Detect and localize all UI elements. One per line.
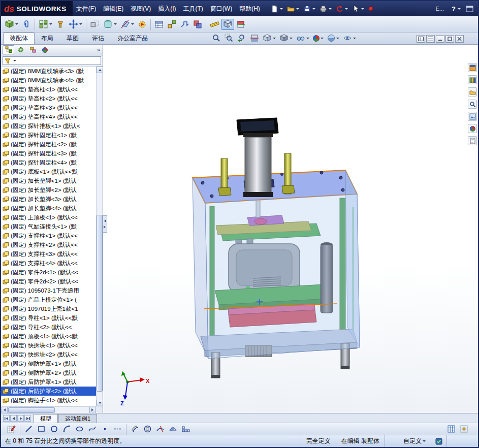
tree-item[interactable]: (固定) 产品上模定位<1> ( xyxy=(1,295,96,304)
tree-item[interactable]: (固定) 底板<1> (默认<<默 xyxy=(1,167,96,176)
tree-item[interactable]: (固定) 1097019上壳1款<1 xyxy=(1,304,96,313)
graphics-viewport[interactable]: X Z xyxy=(103,45,478,413)
insert-components-icon[interactable] xyxy=(3,19,20,30)
trim-entities-icon[interactable] xyxy=(154,424,166,435)
command-tab[interactable]: 装配体 xyxy=(3,33,35,44)
status-indicator[interactable] xyxy=(431,435,446,447)
tree-item[interactable]: (固定) 快拆块<2> (默认<< xyxy=(1,350,96,359)
tree-item[interactable]: (固定) 探针推板<1> (默认< xyxy=(1,121,96,131)
first-tab-button[interactable] xyxy=(3,415,10,422)
offset-entities-icon[interactable] xyxy=(142,424,153,435)
sketch-icon[interactable] xyxy=(5,424,17,435)
tree-item[interactable]: (固定) 垫高柱<4> (默认<< xyxy=(1,112,96,121)
menu-item[interactable]: 窗口(W) xyxy=(207,1,236,16)
smart-fasteners-icon[interactable] xyxy=(54,19,67,30)
scroll-right-button[interactable] xyxy=(89,407,96,413)
propertymanager-icon[interactable] xyxy=(15,45,26,54)
tree-item[interactable]: (固定) 支撑柱<4> (默认<< xyxy=(1,259,96,268)
record-icon[interactable] xyxy=(366,3,375,14)
view-settings-icon[interactable] xyxy=(341,33,358,44)
tree-item[interactable]: (固定) 支撑柱<2> (默认<< xyxy=(1,240,96,249)
command-tab[interactable]: 草图 xyxy=(60,33,85,44)
menu-item[interactable]: 插入(I) xyxy=(154,1,179,16)
tree-item[interactable]: (固定) 侧防护罩<2> (默认 xyxy=(1,368,96,377)
tree-item[interactable]: (固定) 零件2d<1> (默认<< xyxy=(1,268,96,277)
exploded-view-icon[interactable] xyxy=(166,19,178,30)
tree-item[interactable]: (固定) 快拆块<1> (默认<< xyxy=(1,341,96,350)
minimize-icon[interactable] xyxy=(436,35,444,43)
tree-item[interactable]: (固定) 垫高柱<1> (默认<< xyxy=(1,85,96,94)
viewport-layout-icon[interactable] xyxy=(417,35,425,43)
select-icon[interactable] xyxy=(350,3,366,14)
search-icon[interactable] xyxy=(468,100,477,109)
change-transparency-icon[interactable] xyxy=(221,19,234,30)
next-tab-button[interactable] xyxy=(17,415,24,422)
tree-horizontal-scrollbar[interactable] xyxy=(1,406,96,413)
maximize-icon[interactable] xyxy=(445,35,454,43)
undo-icon[interactable] xyxy=(334,3,349,14)
convert-entities-icon[interactable] xyxy=(129,424,141,435)
view-orientation-icon[interactable] xyxy=(261,33,277,44)
reference-geometry-icon[interactable] xyxy=(119,19,136,30)
configurationmanager-icon[interactable] xyxy=(27,45,39,54)
menu-item[interactable]: 帮助(H) xyxy=(236,1,264,16)
point-icon[interactable] xyxy=(99,424,111,435)
rectangle-icon[interactable] xyxy=(36,424,47,435)
last-tab-button[interactable] xyxy=(24,415,31,422)
custom-status-dropdown[interactable]: 自定义 xyxy=(398,435,431,447)
view-palette-icon[interactable] xyxy=(468,112,477,121)
mirror-entities-icon[interactable] xyxy=(167,424,179,435)
tree-item[interactable]: (固定) 支撑柱<1> (默认<< xyxy=(1,231,96,240)
menu-item[interactable]: 文件(F) xyxy=(73,1,100,16)
section-view-toolbar-icon[interactable] xyxy=(235,19,247,30)
bill-of-materials-icon[interactable] xyxy=(153,19,165,30)
tree-item[interactable]: (固定) 垫高柱<3> (默认<< xyxy=(1,103,96,112)
scroll-down-button[interactable] xyxy=(97,400,103,406)
close-icon[interactable] xyxy=(455,35,464,43)
equations-icon[interactable]: E... xyxy=(433,3,448,14)
tree-item[interactable]: (固定) 1095073-1下壳通用 xyxy=(1,286,96,295)
tree-item[interactable]: (固定) 探针固定柱<2> (默 xyxy=(1,140,96,149)
resources-icon[interactable] xyxy=(468,63,477,72)
linear-sketch-pattern-icon[interactable] xyxy=(180,424,191,435)
command-tab[interactable]: 评估 xyxy=(85,33,111,44)
menu-item[interactable]: 工具(T) xyxy=(180,1,207,16)
document-tab[interactable]: 模型 xyxy=(34,414,58,423)
linear-component-pattern-icon[interactable] xyxy=(37,19,54,30)
new-document-icon[interactable] xyxy=(269,3,284,14)
featuremanager-icon[interactable] xyxy=(3,45,14,54)
command-tab[interactable]: 办公室产品 xyxy=(111,33,154,44)
new-motion-study-icon[interactable] xyxy=(136,19,148,30)
assembly-features-icon[interactable] xyxy=(102,19,118,30)
tree-item[interactable]: (固定) 脚拉手<1> (默认<< xyxy=(1,396,96,405)
previous-view-icon[interactable] xyxy=(236,33,248,44)
3d-assembly-model[interactable]: X Z xyxy=(103,45,478,413)
help-icon[interactable]: ? xyxy=(449,3,462,14)
viewport-single-icon[interactable] xyxy=(426,35,435,43)
appearances-tab-icon[interactable] xyxy=(39,45,51,54)
line-icon[interactable] xyxy=(23,424,35,435)
filter-input[interactable] xyxy=(3,56,101,65)
tree-item[interactable]: (固定) 支撑柱<3> (默认<< xyxy=(1,249,96,259)
zoom-fit-icon[interactable] xyxy=(210,33,222,44)
tree-item[interactable]: (固定) 探针固定柱<3> (默 xyxy=(1,149,96,158)
interference-detection-icon[interactable] xyxy=(191,19,204,30)
command-tab[interactable]: 布局 xyxy=(35,33,60,44)
tree-item[interactable]: (固定) 后防护罩<1> (默认 xyxy=(1,377,96,387)
document-tab[interactable]: 运动算例1 xyxy=(58,414,97,423)
grid-icon[interactable] xyxy=(445,424,457,435)
menu-item[interactable]: 视图(V) xyxy=(127,1,154,16)
appearances-icon[interactable] xyxy=(468,124,477,133)
tree-item[interactable]: (固定) 侧防护罩<1> (默认 xyxy=(1,359,96,368)
tree-item[interactable]: (固定) 垫高柱<2> (默认<< xyxy=(1,94,96,103)
scroll-up-button[interactable] xyxy=(97,67,103,73)
save-icon[interactable] xyxy=(301,3,317,14)
tree-item[interactable]: (固定) 气缸连接头<1> (默 xyxy=(1,222,96,231)
tree-item[interactable]: (固定) 零件2d<2> (默认<< xyxy=(1,277,96,286)
vertical-scroll-thumb[interactable] xyxy=(97,215,103,392)
snap-icon[interactable] xyxy=(458,424,470,435)
zoom-area-icon[interactable] xyxy=(223,33,235,44)
section-view-icon[interactable] xyxy=(248,33,261,44)
centerline-icon[interactable] xyxy=(112,424,123,435)
ellipse-icon[interactable] xyxy=(74,424,85,435)
